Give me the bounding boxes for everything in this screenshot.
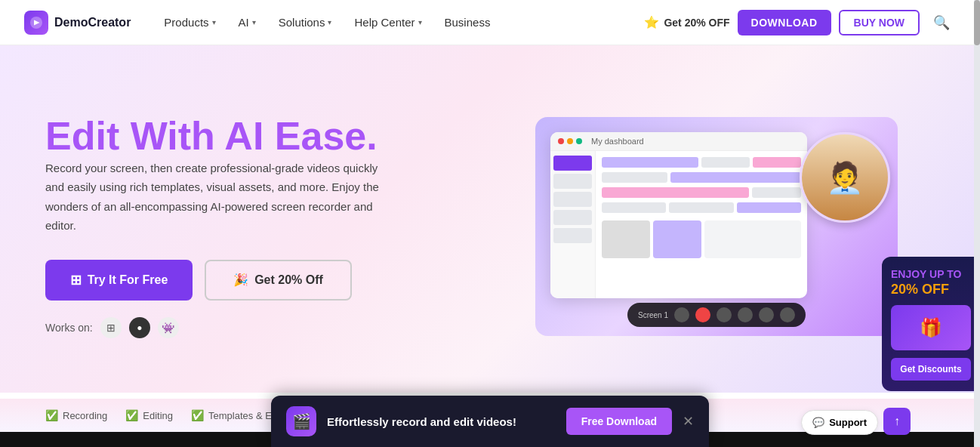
content-block (670, 172, 801, 183)
chart-block (704, 220, 801, 258)
content-block (602, 202, 666, 213)
support-button[interactable]: 💬 Support (801, 410, 878, 435)
chevron-down-icon: ▾ (252, 18, 256, 26)
logo-icon (24, 11, 48, 35)
content-block (737, 202, 801, 213)
nav-help-center[interactable]: Help Center ▾ (345, 10, 430, 35)
notification-icon: 🎬 (286, 406, 316, 436)
search-icon[interactable]: 🔍 (927, 11, 956, 34)
support-icon: 💬 (812, 417, 824, 428)
side-promo-title: ENJOY UP TO 20% OFF (891, 267, 971, 299)
navbar: DemoCreator Products ▾ AI ▾ Solutions ▾ … (0, 0, 980, 45)
windows-os-icon: ⊞ (100, 317, 122, 338)
nav-solutions[interactable]: Solutions ▾ (270, 10, 341, 35)
buy-now-button[interactable]: BUY NOW (839, 10, 920, 35)
screenshot-header: My dashboard (550, 132, 807, 151)
content-block (669, 202, 733, 213)
other-os-icon: 👾 (158, 317, 179, 338)
side-promo-banner: ENJOY UP TO 20% OFF 🎁 Get Discounts (882, 257, 980, 391)
toolbar-btn (738, 307, 753, 322)
sidebar-item (553, 174, 592, 189)
check-icon: ✅ (191, 409, 204, 421)
screen-label: Screen 1 (638, 311, 668, 319)
hero-right: My dashboard (498, 117, 935, 336)
star-icon: ⭐ (644, 15, 659, 29)
content-block (602, 157, 698, 168)
chart-block (602, 220, 650, 258)
hero-screenshot: My dashboard (535, 117, 898, 336)
check-icon: ✅ (125, 409, 138, 421)
hero-title-line1: Edit With AI Ease. (45, 115, 498, 158)
works-on: Works on: ⊞ ● 👾 (45, 317, 498, 338)
arrow-up-icon: ↑ (894, 415, 900, 428)
hero-title-purple: Edit (45, 114, 119, 158)
scroll-top-button[interactable]: ↑ (883, 408, 911, 435)
nav-links: Products ▾ AI ▾ Solutions ▾ Help Center … (155, 10, 644, 35)
toolbar-mock: Screen 1 (627, 303, 806, 327)
try-free-button[interactable]: ⊞ Try It For Free (45, 260, 193, 301)
scrollbar-thumb[interactable] (974, 0, 980, 45)
sidebar-active-item (553, 156, 592, 171)
webcam-face: 🧑‍💼 (802, 134, 888, 220)
scrollbar[interactable] (974, 0, 980, 447)
content-block (753, 157, 801, 168)
screenshot-title: My dashboard (591, 137, 644, 146)
sidebar-item (553, 210, 592, 225)
toolbar-btn (717, 307, 732, 322)
record-btn (695, 307, 710, 322)
content-block (752, 187, 801, 198)
sidebar-mock (550, 151, 596, 298)
close-dot (558, 138, 564, 144)
screenshot-inner: My dashboard (550, 132, 807, 298)
content-block (602, 187, 749, 198)
webcam-overlay: 🧑‍💼 (800, 132, 890, 223)
expand-dot (576, 138, 582, 144)
side-promo-button[interactable]: Get Discounts (891, 358, 971, 381)
notification-bar: 🎬 Effortlessly record and edit videos! F… (271, 396, 709, 447)
side-promo-highlight: 20% OFF (891, 282, 949, 297)
nav-promo[interactable]: ⭐ Get 20% OFF (644, 15, 729, 29)
side-promo-image: 🎁 (891, 305, 971, 350)
macos-icon: ● (129, 317, 150, 338)
content-block (701, 157, 750, 168)
brand-name: DemoCreator (54, 16, 131, 29)
toolbar-btn (780, 307, 795, 322)
sidebar-item (553, 228, 592, 243)
hero-section: Edit With AI Ease. Record your screen, t… (0, 45, 980, 393)
chevron-down-icon: ▾ (328, 18, 331, 26)
notification-text: Effortlessly record and edit videos! (327, 415, 556, 428)
screenshot-body (550, 151, 807, 298)
hero-left: Edit With AI Ease. Record your screen, t… (45, 115, 498, 338)
nav-right: ⭐ Get 20% OFF DOWNLOAD BUY NOW 🔍 (644, 10, 956, 35)
windows-icon: ⊞ (70, 272, 82, 288)
chevron-down-icon: ▾ (212, 18, 216, 26)
chart-block (653, 220, 701, 258)
get-off-button[interactable]: 🎉 Get 20% Off (205, 260, 352, 301)
hero-buttons: ⊞ Try It For Free 🎉 Get 20% Off (45, 260, 498, 301)
nav-ai[interactable]: AI ▾ (230, 10, 265, 35)
content-mock (596, 151, 807, 298)
feature-editing[interactable]: ✅ Editing (125, 409, 173, 421)
nav-business[interactable]: Business (436, 10, 500, 35)
content-block (602, 172, 667, 183)
chevron-down-icon: ▾ (418, 18, 422, 26)
check-icon: ✅ (45, 409, 58, 421)
brand-logo[interactable]: DemoCreator (24, 11, 131, 35)
party-icon: 🎉 (233, 273, 248, 287)
hero-description: Record your screen, then create professi… (45, 159, 393, 236)
minimize-dot (567, 138, 573, 144)
feature-recording[interactable]: ✅ Recording (45, 409, 107, 421)
close-notification-button[interactable]: ✕ (683, 413, 694, 430)
download-button[interactable]: DOWNLOAD (738, 10, 831, 35)
nav-products[interactable]: Products ▾ (155, 10, 224, 35)
toolbar-btn (674, 307, 689, 322)
sidebar-item (553, 192, 592, 207)
free-download-button[interactable]: Free Download (566, 408, 672, 435)
toolbar-btn (759, 307, 774, 322)
